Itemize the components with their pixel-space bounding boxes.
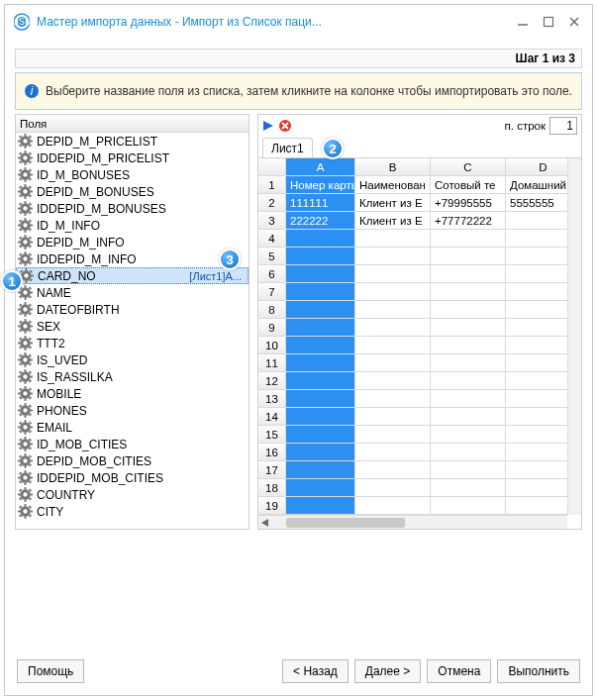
grid-cell[interactable]: Наименован bbox=[355, 176, 431, 194]
field-row[interactable]: IDDEPID_M_BONUSES bbox=[16, 200, 249, 217]
grid-cell[interactable] bbox=[431, 283, 506, 301]
field-row[interactable]: CITY bbox=[16, 503, 249, 520]
grid-cell[interactable] bbox=[286, 479, 355, 497]
field-row[interactable]: ID_M_INFO bbox=[16, 217, 249, 234]
sheet-tab[interactable]: Лист1 bbox=[262, 138, 313, 157]
field-row[interactable]: TTT2 bbox=[16, 335, 249, 351]
help-button[interactable]: Помощь bbox=[17, 659, 84, 683]
column-header[interactable]: A bbox=[286, 158, 355, 176]
grid-cell[interactable] bbox=[286, 497, 355, 515]
grid-cell[interactable] bbox=[355, 372, 431, 390]
field-row[interactable]: DATEOFBIRTH bbox=[16, 301, 249, 318]
grid-cell[interactable] bbox=[286, 301, 355, 319]
field-row[interactable]: DEPID_MOB_CITIES bbox=[16, 452, 249, 469]
row-header[interactable]: 8 bbox=[258, 301, 286, 319]
grid-cell[interactable] bbox=[431, 337, 506, 354]
row-header[interactable]: 17 bbox=[258, 461, 286, 479]
grid-cell[interactable] bbox=[355, 230, 431, 248]
field-row[interactable]: IDDEPID_MOB_CITIES bbox=[16, 469, 249, 486]
field-row[interactable]: IDDEPID_M_INFO bbox=[16, 250, 249, 267]
row-header[interactable]: 13 bbox=[258, 390, 286, 408]
grid-cell[interactable] bbox=[355, 319, 431, 337]
grid-scrollbar-horizontal[interactable] bbox=[258, 515, 567, 529]
row-header[interactable]: 1 bbox=[258, 176, 286, 194]
field-row[interactable]: EMAIL bbox=[16, 419, 249, 436]
grid-cell[interactable] bbox=[431, 444, 506, 461]
row-header[interactable]: 11 bbox=[258, 354, 286, 372]
field-row[interactable]: DEPID_M_PRICELIST bbox=[16, 133, 249, 150]
row-header[interactable]: 6 bbox=[258, 265, 286, 283]
cancel-button[interactable]: Отмена bbox=[427, 659, 491, 683]
row-header[interactable]: 10 bbox=[258, 337, 286, 354]
column-header[interactable]: C bbox=[431, 158, 506, 176]
close-button[interactable] bbox=[564, 12, 584, 32]
row-header[interactable]: 12 bbox=[258, 372, 286, 390]
row-header[interactable]: 18 bbox=[258, 479, 286, 497]
grid-cell[interactable] bbox=[355, 354, 431, 372]
field-row[interactable]: PHONES bbox=[16, 402, 249, 419]
grid-cell[interactable] bbox=[431, 408, 506, 426]
grid-cell[interactable] bbox=[286, 461, 355, 479]
grid-cell[interactable] bbox=[431, 479, 506, 497]
row-header[interactable]: 19 bbox=[258, 497, 286, 515]
row-header[interactable]: 16 bbox=[258, 444, 286, 461]
field-row[interactable]: IDDEPID_M_PRICELIST bbox=[16, 150, 249, 166]
grid-cell[interactable] bbox=[286, 319, 355, 337]
row-header[interactable]: 4 bbox=[258, 230, 286, 248]
grid-cell[interactable]: +77772222 bbox=[431, 212, 506, 230]
grid-cell[interactable] bbox=[286, 248, 355, 265]
grid-cell[interactable] bbox=[355, 248, 431, 265]
grid-cell[interactable] bbox=[286, 408, 355, 426]
preview-grid[interactable]: ABCD1Номер картыНаименованСотовый теДома… bbox=[258, 158, 581, 515]
grid-cell[interactable] bbox=[286, 337, 355, 354]
grid-cell[interactable] bbox=[355, 497, 431, 515]
row-header[interactable]: 2 bbox=[258, 194, 286, 212]
row-header[interactable]: 5 bbox=[258, 248, 286, 265]
field-row[interactable]: IS_UVED bbox=[16, 351, 249, 368]
field-row[interactable]: SEX bbox=[16, 318, 249, 335]
grid-cell[interactable]: 111111 bbox=[286, 194, 355, 212]
grid-cell[interactable] bbox=[355, 390, 431, 408]
grid-scrollbar-vertical[interactable] bbox=[567, 158, 581, 515]
grid-cell[interactable]: Номер карты bbox=[286, 176, 355, 194]
clear-icon[interactable] bbox=[278, 119, 292, 133]
grid-cell[interactable] bbox=[431, 248, 506, 265]
next-button[interactable]: Далее > bbox=[354, 659, 422, 683]
grid-corner[interactable] bbox=[258, 158, 286, 176]
row-header[interactable]: 14 bbox=[258, 408, 286, 426]
row-header[interactable]: 7 bbox=[258, 283, 286, 301]
grid-cell[interactable] bbox=[286, 283, 355, 301]
minimize-button[interactable] bbox=[513, 12, 533, 32]
field-row[interactable]: DEPID_M_INFO bbox=[16, 234, 249, 250]
row-header[interactable]: 15 bbox=[258, 426, 286, 444]
grid-cell[interactable]: 222222 bbox=[286, 212, 355, 230]
grid-cell[interactable] bbox=[355, 479, 431, 497]
field-row[interactable]: COUNTRY bbox=[16, 486, 249, 503]
row-header[interactable]: 9 bbox=[258, 319, 286, 337]
field-row[interactable]: CARD_NO[Лист1]A... bbox=[16, 267, 249, 284]
grid-cell[interactable]: Клиент из E bbox=[355, 194, 431, 212]
grid-cell[interactable]: Сотовый те bbox=[431, 176, 506, 194]
grid-cell[interactable] bbox=[431, 426, 506, 444]
grid-cell[interactable] bbox=[431, 265, 506, 283]
grid-cell[interactable] bbox=[431, 372, 506, 390]
field-row[interactable]: ID_M_BONUSES bbox=[16, 166, 249, 183]
grid-cell[interactable] bbox=[286, 230, 355, 248]
field-row[interactable]: IS_RASSILKA bbox=[16, 368, 249, 385]
grid-cell[interactable] bbox=[286, 265, 355, 283]
back-button[interactable]: < Назад bbox=[282, 659, 348, 683]
grid-cell[interactable] bbox=[286, 372, 355, 390]
grid-cell[interactable] bbox=[355, 408, 431, 426]
grid-cell[interactable] bbox=[431, 354, 506, 372]
grid-cell[interactable] bbox=[355, 301, 431, 319]
grid-cell[interactable] bbox=[355, 444, 431, 461]
grid-cell[interactable] bbox=[286, 426, 355, 444]
row-header[interactable]: 3 bbox=[258, 212, 286, 230]
grid-cell[interactable] bbox=[431, 230, 506, 248]
run-button[interactable]: Выполнить bbox=[497, 659, 580, 683]
grid-cell[interactable] bbox=[431, 319, 506, 337]
field-row[interactable]: NAME bbox=[16, 284, 249, 301]
grid-cell[interactable] bbox=[355, 265, 431, 283]
grid-cell[interactable] bbox=[355, 461, 431, 479]
grid-cell[interactable] bbox=[286, 444, 355, 461]
